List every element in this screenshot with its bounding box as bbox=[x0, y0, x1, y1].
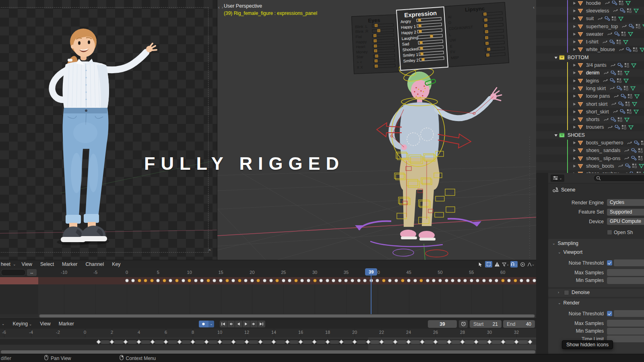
shapekey-slider-handle[interactable] bbox=[422, 58, 425, 61]
timeline-keyframe-diamond[interactable] bbox=[271, 339, 276, 344]
select-cursor-icon[interactable] bbox=[477, 261, 484, 267]
object-label[interactable]: legins bbox=[586, 78, 599, 84]
expand-arrow-icon[interactable] bbox=[572, 47, 577, 52]
keyframe-dot[interactable] bbox=[445, 279, 448, 282]
shapekey-slider-handle[interactable] bbox=[483, 12, 486, 15]
keyframe-dot[interactable] bbox=[526, 279, 530, 282]
shapekey-slider-handle[interactable] bbox=[430, 35, 433, 37]
keyframe-dot[interactable] bbox=[344, 279, 348, 282]
shapekey-slider-handle[interactable] bbox=[485, 42, 488, 45]
shapekey-slider-handle[interactable] bbox=[485, 30, 488, 33]
shapekey-slider[interactable] bbox=[372, 39, 394, 43]
mesh-data-icon[interactable] bbox=[634, 93, 640, 99]
menu-keying[interactable]: Keying ⌄ bbox=[9, 321, 36, 327]
sidebar-toggle-icon[interactable]: ‹ bbox=[533, 5, 535, 10]
outliner-object-row[interactable]: suit bbox=[536, 15, 644, 23]
keyframe-dot[interactable] bbox=[507, 279, 511, 282]
object-label[interactable]: 3/4 pants bbox=[586, 62, 607, 68]
modifier-stack-icon[interactable] bbox=[640, 140, 644, 146]
keyframe-dot[interactable] bbox=[169, 279, 172, 282]
menu-view[interactable]: View bbox=[17, 261, 36, 267]
object-label[interactable]: long skirt bbox=[586, 86, 606, 91]
timeline-keyframe-diamond[interactable] bbox=[285, 339, 289, 344]
expand-arrow-icon[interactable] bbox=[572, 93, 577, 99]
mesh-data-icon[interactable] bbox=[631, 62, 637, 68]
falloff-curve-icon[interactable]: ⌄ bbox=[527, 261, 535, 267]
value-field[interactable] bbox=[607, 320, 644, 327]
collection-label[interactable]: SHOES bbox=[568, 132, 585, 138]
timeline-keyframe-diamond[interactable] bbox=[217, 339, 222, 344]
outliner-object-row[interactable]: white_blouse bbox=[536, 46, 644, 53]
keyframe-dot[interactable] bbox=[382, 279, 386, 282]
keyframe-dot[interactable] bbox=[351, 279, 354, 282]
outliner-object-row[interactable]: shoes_ sandals bbox=[536, 147, 644, 154]
modifier-wrench-icon[interactable] bbox=[619, 8, 625, 14]
expand-arrow-icon[interactable] bbox=[553, 55, 559, 60]
modifier-stack-icon[interactable] bbox=[617, 70, 623, 76]
mesh-data-icon[interactable] bbox=[624, 117, 630, 123]
object-label[interactable]: white_blouse bbox=[586, 47, 615, 52]
modifier-wrench-icon[interactable] bbox=[614, 124, 620, 130]
keyframe-dot[interactable] bbox=[501, 279, 505, 282]
object-label[interactable]: trousers bbox=[586, 124, 604, 130]
keyframe-dot[interactable] bbox=[376, 279, 379, 282]
object-label[interactable]: shoes_boots bbox=[586, 163, 614, 169]
modifier-stack-icon[interactable] bbox=[616, 39, 622, 45]
driver-icon[interactable] bbox=[618, 163, 624, 169]
breadcrumb-label[interactable]: Scene bbox=[561, 187, 575, 193]
driver-icon[interactable] bbox=[609, 85, 615, 91]
keyframe-dot[interactable] bbox=[388, 279, 392, 282]
keyframe-dot[interactable] bbox=[125, 279, 129, 282]
snap-magnet-icon[interactable]: ⌄ bbox=[510, 261, 518, 267]
shapekey-slider-handle[interactable] bbox=[377, 29, 380, 32]
section-header[interactable]: ⌄Viewport bbox=[558, 249, 582, 255]
denoise-checkbox[interactable] bbox=[564, 290, 569, 295]
outliner-object-row[interactable]: long skirt bbox=[536, 84, 644, 92]
modifier-wrench-icon[interactable] bbox=[631, 148, 637, 154]
keyframe-dot[interactable] bbox=[432, 279, 436, 282]
section-header[interactable]: ›Denoise bbox=[558, 290, 590, 295]
keyframe-dot[interactable] bbox=[244, 279, 248, 282]
keyframe-dot[interactable] bbox=[138, 279, 141, 282]
driver-icon[interactable] bbox=[603, 117, 609, 123]
modifier-stack-icon[interactable] bbox=[621, 31, 627, 37]
expand-arrow-icon[interactable] bbox=[553, 132, 559, 138]
expand-arrow-icon[interactable] bbox=[572, 0, 577, 6]
keyframe-dot[interactable] bbox=[470, 279, 473, 282]
shapekey-slider-handle[interactable] bbox=[376, 55, 378, 58]
dope-sheet-hscrollbar[interactable] bbox=[39, 314, 535, 318]
modifier-wrench-icon[interactable] bbox=[628, 23, 634, 29]
modifier-wrench-icon[interactable] bbox=[610, 70, 616, 76]
mesh-data-icon[interactable] bbox=[638, 163, 644, 169]
object-label[interactable]: sweater bbox=[586, 31, 603, 37]
modifier-stack-icon[interactable] bbox=[616, 78, 622, 84]
prev-keyframe-button[interactable] bbox=[227, 321, 235, 327]
object-label[interactable]: denim bbox=[586, 70, 600, 76]
shapekey-slider[interactable] bbox=[482, 12, 502, 16]
collection-label[interactable]: BOTTOM bbox=[568, 55, 588, 60]
editor-type-chevron-icon[interactable]: ⌄ bbox=[2, 322, 5, 326]
driver-icon[interactable] bbox=[603, 70, 609, 76]
proportional-edit-icon[interactable] bbox=[519, 261, 526, 267]
outliner-object-row[interactable]: shorts bbox=[536, 116, 644, 123]
keyframe-dot[interactable] bbox=[495, 279, 498, 282]
modifier-stack-icon[interactable] bbox=[638, 155, 644, 161]
timeline-keyframe-diamond[interactable] bbox=[123, 339, 128, 344]
modifier-wrench-icon[interactable] bbox=[634, 140, 640, 146]
keyframe-dot[interactable] bbox=[150, 279, 154, 282]
object-label[interactable]: suit bbox=[586, 16, 594, 21]
mesh-data-icon[interactable] bbox=[618, 16, 624, 22]
keyframe-dot[interactable] bbox=[332, 279, 335, 282]
shapekey-slider[interactable] bbox=[483, 23, 503, 28]
object-label[interactable]: t-shirt bbox=[586, 39, 599, 45]
play-button[interactable] bbox=[243, 321, 250, 327]
timeline-keyframe-diamond[interactable] bbox=[204, 339, 208, 344]
keyframe-dot[interactable] bbox=[363, 279, 367, 282]
expand-arrow-icon[interactable] bbox=[572, 140, 577, 146]
driver-icon[interactable] bbox=[613, 109, 619, 115]
modifier-wrench-icon[interactable] bbox=[610, 117, 616, 123]
keyframe-dot[interactable] bbox=[307, 279, 310, 282]
keyframe-dot[interactable] bbox=[163, 279, 166, 282]
object-label[interactable]: sleeveless bbox=[586, 8, 609, 14]
play-reverse-button[interactable] bbox=[235, 321, 242, 327]
